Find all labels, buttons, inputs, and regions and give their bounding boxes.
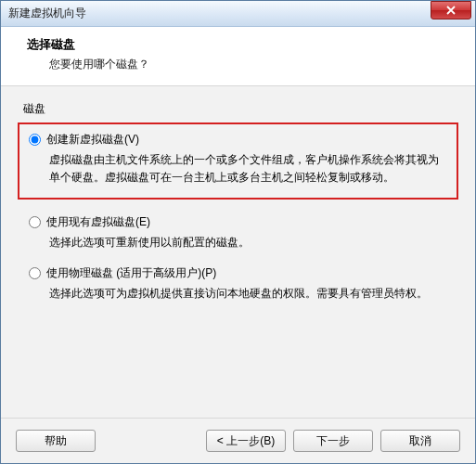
- option-physical-disk[interactable]: 使用物理磁盘 (适用于高级用户)(P): [29, 265, 449, 281]
- option-existing-block: 使用现有虚拟磁盘(E) 选择此选项可重新使用以前配置的磁盘。: [18, 211, 458, 261]
- window-title: 新建虚拟机向导: [8, 6, 431, 21]
- close-button[interactable]: [431, 1, 471, 19]
- option-create-desc: 虚拟磁盘由主机文件系统上的一个或多个文件组成，客户机操作系统会将其视为单个硬盘。…: [49, 151, 447, 187]
- radio-create[interactable]: [29, 134, 41, 146]
- option-create-disk[interactable]: 创建新虚拟磁盘(V): [29, 132, 447, 148]
- wizard-window: 新建虚拟机向导 选择磁盘 您要使用哪个磁盘？ 磁盘 创建新虚拟磁盘(V) 虚拟磁…: [0, 0, 476, 464]
- option-physical-block: 使用物理磁盘 (适用于高级用户)(P) 选择此选项可为虚拟机提供直接访问本地硬盘…: [18, 262, 458, 312]
- option-physical-desc: 选择此选项可为虚拟机提供直接访问本地硬盘的权限。需要具有管理员特权。: [49, 285, 449, 303]
- page-subtitle: 您要使用哪个磁盘？: [49, 57, 457, 72]
- wizard-footer: 帮助 < 上一步(B) 下一步 取消: [1, 418, 475, 463]
- help-button[interactable]: 帮助: [16, 430, 96, 452]
- content-area: 磁盘 创建新虚拟磁盘(V) 虚拟磁盘由主机文件系统上的一个或多个文件组成，客户机…: [1, 86, 475, 418]
- wizard-header: 选择磁盘 您要使用哪个磁盘？: [1, 27, 475, 86]
- option-create-label: 创建新虚拟磁盘(V): [46, 132, 139, 148]
- page-title: 选择磁盘: [27, 36, 457, 53]
- section-label: 磁盘: [23, 101, 458, 117]
- option-physical-label: 使用物理磁盘 (适用于高级用户)(P): [46, 265, 216, 281]
- titlebar: 新建虚拟机向导: [1, 1, 475, 27]
- cancel-button[interactable]: 取消: [380, 430, 460, 452]
- highlight-box: 创建新虚拟磁盘(V) 虚拟磁盘由主机文件系统上的一个或多个文件组成，客户机操作系…: [18, 122, 458, 200]
- option-existing-desc: 选择此选项可重新使用以前配置的磁盘。: [49, 234, 449, 251]
- radio-physical[interactable]: [29, 267, 41, 279]
- option-existing-disk[interactable]: 使用现有虚拟磁盘(E): [29, 214, 449, 230]
- back-button[interactable]: < 上一步(B): [206, 430, 286, 452]
- next-button[interactable]: 下一步: [293, 430, 373, 452]
- close-icon: [446, 6, 456, 15]
- option-existing-label: 使用现有虚拟磁盘(E): [46, 214, 150, 230]
- radio-existing[interactable]: [29, 216, 41, 228]
